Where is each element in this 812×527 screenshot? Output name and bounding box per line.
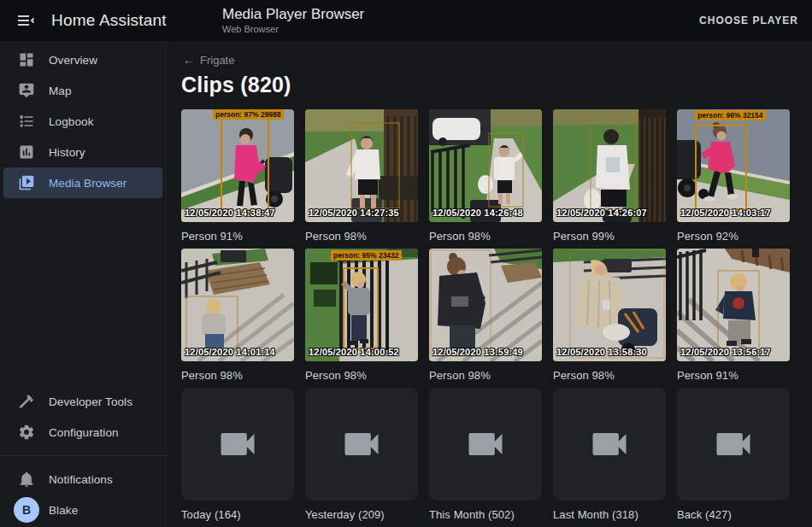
folder-card-last-month[interactable]: Last Month (318)	[553, 388, 666, 521]
sidebar-item-label: Media Browser	[49, 177, 127, 190]
sidebar-item-overview[interactable]: Overview	[3, 44, 162, 75]
page-heading-subtitle: Web Browser	[222, 23, 364, 35]
clip-card[interactable]: person: 96% 32154 12/05/2020 14:03:17 Pe…	[677, 109, 790, 243]
app-title: Home Assistant	[51, 11, 167, 30]
detection-label: person: 96% 32154	[695, 110, 766, 120]
clip-thumbnail-illustration	[553, 109, 666, 222]
folder-card-yesterday[interactable]: Yesterday (209)	[305, 388, 418, 521]
videocam-icon	[215, 422, 260, 466]
folder-label: Back (427)	[677, 508, 790, 521]
clip-thumbnail: 12/05/2020 13:58:30	[553, 249, 666, 361]
sidebar-item-user[interactable]: B Blake	[3, 495, 162, 525]
sidebar-item-label: History	[49, 146, 85, 159]
clip-card[interactable]: 12/05/2020 14:01:14 Person 98%	[181, 249, 294, 382]
clip-timestamp: 12/05/2020 13:56:17	[680, 347, 771, 357]
sidebar-item-notifications[interactable]: Notifications	[3, 464, 162, 495]
clip-label: Person 99%	[553, 230, 666, 243]
hammer-icon	[18, 393, 35, 410]
clip-thumbnail-illustration	[429, 109, 542, 222]
folder-thumbnail	[677, 388, 790, 501]
detection-box	[695, 125, 747, 210]
sidebar-item-label: Logbook	[49, 115, 94, 128]
folder-thumbnail	[305, 388, 418, 501]
clip-card[interactable]: 12/05/2020 13:59:49 Person 98%	[429, 249, 542, 382]
bell-icon	[18, 471, 35, 488]
clip-timestamp: 12/05/2020 14:27:35	[309, 208, 399, 218]
clip-thumbnail: 12/05/2020 13:56:17	[677, 249, 790, 361]
clip-label: Person 98%	[181, 369, 294, 382]
clip-label: Person 98%	[429, 369, 542, 382]
clip-timestamp: 12/05/2020 14:26:07	[556, 208, 647, 218]
clip-card[interactable]: 12/05/2020 13:58:30 Person 98%	[553, 249, 666, 382]
chart-box-icon	[18, 143, 35, 161]
clip-card[interactable]: 12/05/2020 13:56:17 Person 91%	[677, 249, 790, 382]
folder-label: Yesterday (209)	[305, 508, 418, 521]
sidebar-item-configuration[interactable]: Configuration	[3, 417, 162, 448]
clips-grid: person: 97% 29988 12/05/2020 14:38:47 Pe…	[181, 109, 790, 521]
videocam-icon	[339, 422, 384, 466]
folder-thumbnail	[181, 388, 294, 501]
sidebar-item-developer-tools[interactable]: Developer Tools	[3, 386, 162, 417]
breadcrumb-label: Frigate	[200, 54, 234, 67]
detection-label: person: 95% 23432	[331, 250, 402, 261]
page-heading-title: Media Player Browser	[222, 5, 364, 23]
tooltip-account-icon	[18, 82, 35, 99]
clip-label: Person 98%	[553, 369, 666, 382]
user-name: Blake	[49, 504, 78, 517]
sidebar-item-logbook[interactable]: Logbook	[3, 106, 162, 137]
clip-timestamp: 12/05/2020 14:26:48	[432, 208, 523, 218]
clip-timestamp: 12/05/2020 14:03:17	[680, 208, 771, 218]
clip-thumbnail: person: 95% 23432 12/05/2020 14:00:52	[305, 249, 418, 361]
clip-thumbnail: 12/05/2020 14:27:35	[305, 109, 418, 222]
clip-label: Person 92%	[677, 230, 790, 243]
clip-thumbnail: 12/05/2020 14:01:14	[181, 249, 294, 361]
sidebar-item-history[interactable]: History	[3, 137, 162, 167]
menu-open-icon	[15, 10, 36, 31]
clip-card[interactable]: 12/05/2020 14:26:07 Person 99%	[553, 109, 666, 243]
clip-label: Person 91%	[181, 230, 294, 243]
back-arrow-icon: ←	[183, 53, 195, 67]
detection-box	[343, 267, 379, 349]
folder-card-back[interactable]: Back (427)	[677, 388, 790, 521]
clip-label: Person 98%	[305, 230, 418, 243]
clip-thumbnail-illustration	[305, 109, 418, 222]
clip-card[interactable]: person: 95% 23432 12/05/2020 14:00:52 Pe…	[305, 249, 418, 382]
sidebar-item-media-browser[interactable]: Media Browser	[3, 167, 162, 198]
sidebar-item-label: Overview	[49, 54, 97, 67]
clip-card[interactable]: person: 97% 29988 12/05/2020 14:38:47 Pe…	[181, 109, 294, 243]
detection-label: person: 97% 29988	[213, 109, 284, 120]
videocam-icon	[463, 422, 508, 466]
sidebar-item-map[interactable]: Map	[3, 75, 162, 106]
clip-thumbnail: 12/05/2020 14:26:07	[553, 109, 666, 222]
app-header: Home Assistant Media Player Browser Web …	[0, 0, 812, 41]
clip-timestamp: 12/05/2020 14:38:47	[185, 208, 275, 218]
folder-card-this-month[interactable]: This Month (502)	[429, 388, 542, 521]
sidebar: Overview Map Logbook History Media Brows…	[0, 41, 167, 527]
clip-card[interactable]: 12/05/2020 14:27:35 Person 98%	[305, 109, 418, 243]
folder-label: Last Month (318)	[553, 508, 666, 521]
clip-label: Person 91%	[677, 369, 790, 382]
sidebar-item-label: Configuration	[49, 426, 119, 439]
clip-label: Person 98%	[305, 369, 418, 382]
clip-thumbnail: person: 96% 32154 12/05/2020 14:03:17	[677, 109, 790, 222]
clip-card[interactable]: 12/05/2020 14:26:48 Person 98%	[429, 109, 542, 243]
clip-timestamp: 12/05/2020 13:59:49	[432, 347, 523, 357]
folder-thumbnail	[553, 388, 666, 501]
clip-label: Person 98%	[429, 230, 542, 243]
breadcrumb[interactable]: ← Frigate	[183, 53, 234, 67]
page-title: Clips (820)	[181, 73, 812, 97]
media-browser-content: ← Frigate Clips (820)	[168, 41, 812, 527]
clip-thumbnail-illustration	[181, 249, 294, 361]
clip-timestamp: 12/05/2020 14:01:14	[185, 347, 275, 357]
gear-icon	[18, 424, 35, 441]
play-box-multiple-icon	[18, 174, 35, 191]
clip-thumbnail-illustration	[553, 249, 666, 361]
choose-player-button[interactable]: CHOOSE PLAYER	[699, 0, 798, 41]
videocam-icon	[711, 422, 756, 466]
clip-thumbnail-illustration	[429, 249, 542, 361]
list-bulleted-icon	[18, 113, 35, 130]
clip-timestamp: 12/05/2020 13:58:30	[556, 347, 647, 357]
folder-card-today[interactable]: Today (164)	[181, 388, 294, 521]
videocam-icon	[587, 422, 632, 466]
sidebar-toggle-button[interactable]	[9, 3, 43, 38]
